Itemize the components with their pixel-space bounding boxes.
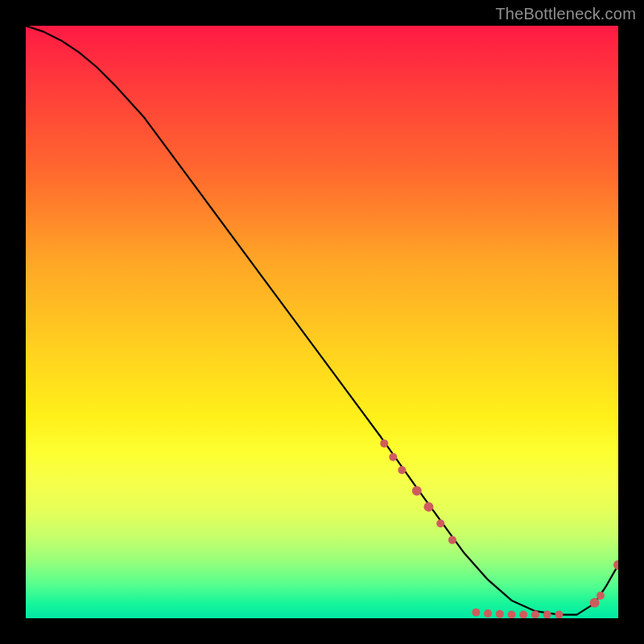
- plot-area: [26, 26, 618, 618]
- data-marker: [412, 486, 422, 496]
- data-marker: [423, 502, 433, 512]
- data-marker: [389, 453, 397, 461]
- data-marker: [508, 611, 516, 618]
- bottleneck-curve: [26, 26, 618, 615]
- data-marker: [519, 611, 527, 618]
- data-marker: [613, 560, 618, 570]
- data-marker: [597, 592, 605, 600]
- data-marker: [380, 440, 388, 448]
- data-marker: [496, 610, 504, 618]
- data-marker: [484, 609, 492, 617]
- watermark-text: TheBottleneck.com: [495, 5, 636, 23]
- chart-stage: TheBottleneck.com: [0, 0, 644, 644]
- chart-svg: [26, 26, 618, 618]
- data-marker: [472, 609, 480, 617]
- data-marker: [448, 536, 456, 544]
- data-marker: [436, 519, 444, 527]
- data-marker: [555, 611, 563, 618]
- data-marker: [590, 598, 600, 608]
- data-marker: [398, 466, 406, 474]
